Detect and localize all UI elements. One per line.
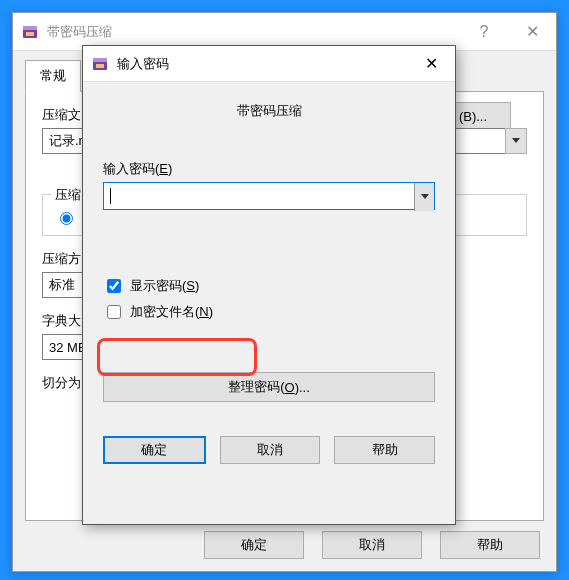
- organize-passwords-button[interactable]: 整理密码(O)...: [103, 372, 435, 402]
- password-dialog: 输入密码 ✕ 带密码压缩 输入密码(E) 显示密码(S) 加密文件名(N): [82, 45, 456, 525]
- outer-title: 带密码压缩: [47, 23, 460, 41]
- format-group-legend: 压缩: [51, 186, 85, 204]
- inner-body: 带密码压缩 输入密码(E) 显示密码(S) 加密文件名(N) 整理密码(O)..…: [83, 82, 455, 416]
- outer-cancel-button[interactable]: 取消: [322, 531, 422, 559]
- inner-cancel-button[interactable]: 取消: [220, 436, 321, 464]
- svg-rect-5: [93, 58, 107, 62]
- show-password-label: 显示密码(S): [130, 277, 199, 295]
- format-rar-radio-input[interactable]: [60, 212, 73, 225]
- close-button[interactable]: ✕: [508, 13, 556, 51]
- password-dropdown-button[interactable]: [414, 183, 434, 211]
- text-cursor: [110, 188, 111, 204]
- svg-rect-2: [26, 32, 34, 36]
- svg-rect-1: [23, 26, 37, 30]
- winrar-icon: [91, 55, 109, 73]
- inner-close-button[interactable]: ✕: [407, 46, 455, 82]
- outer-ok-button[interactable]: 确定: [204, 531, 304, 559]
- encrypt-filenames-checkbox[interactable]: [107, 305, 121, 319]
- winrar-icon: [21, 23, 39, 41]
- encrypt-filenames-label: 加密文件名(N): [130, 303, 213, 321]
- show-password-checkbox[interactable]: [107, 279, 121, 293]
- inner-subtitle: 带密码压缩: [103, 102, 435, 120]
- show-password-checkbox-row[interactable]: 显示密码(S): [103, 276, 435, 296]
- inner-ok-button[interactable]: 确定: [103, 436, 206, 464]
- encrypt-filenames-checkbox-row[interactable]: 加密文件名(N): [103, 302, 435, 322]
- svg-marker-7: [421, 194, 429, 199]
- filename-dropdown-button[interactable]: [505, 128, 527, 154]
- outer-help-button[interactable]: 帮助: [440, 531, 540, 559]
- inner-titlebar: 输入密码 ✕: [83, 46, 455, 82]
- password-label: 输入密码(E): [103, 160, 435, 178]
- chevron-down-icon: [512, 138, 520, 144]
- password-input[interactable]: [103, 182, 435, 210]
- chevron-down-icon: [421, 194, 429, 200]
- svg-marker-3: [512, 138, 520, 143]
- tab-general[interactable]: 常规: [25, 60, 81, 92]
- inner-help-button[interactable]: 帮助: [334, 436, 435, 464]
- inner-button-row: 确定 取消 帮助: [83, 436, 455, 464]
- inner-title: 输入密码: [117, 55, 407, 73]
- svg-rect-6: [96, 64, 104, 68]
- help-button[interactable]: ?: [460, 13, 508, 51]
